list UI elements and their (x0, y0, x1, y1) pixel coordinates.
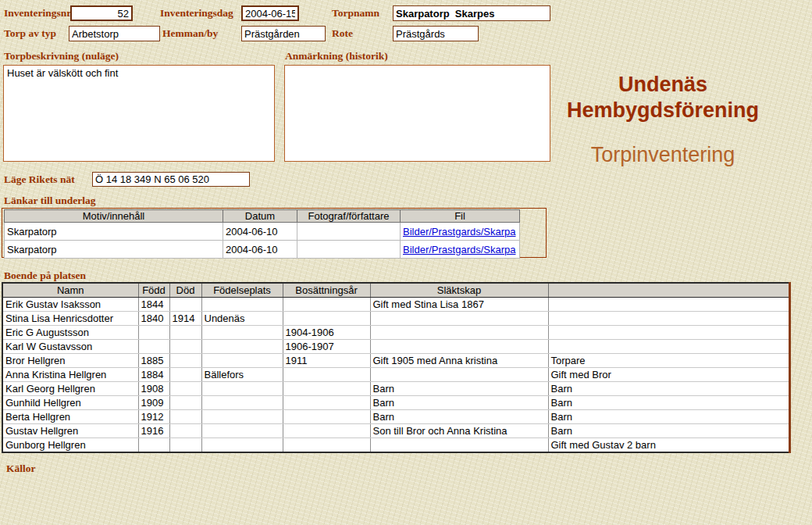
cell-namn: Stina Lisa Henricsdotter (2, 312, 138, 326)
torp-av-typ-label: Torp av typ (4, 27, 56, 40)
cell-extra: Barn (548, 424, 789, 438)
cell-fodd: 1884 (138, 368, 169, 382)
links-header-motiv: Motiv/innehåll (5, 210, 223, 223)
torp-av-typ-input[interactable] (69, 26, 160, 41)
residents-table: Namn Född Död Födelseplats Bosättningsår… (2, 282, 791, 453)
cell-bosattningsar: 1911 (283, 354, 370, 368)
inventeringsnr-input[interactable] (70, 5, 133, 21)
cell-namn: Eric G Augustsson (2, 326, 138, 340)
residents-header-fodelseplats: Födelseplats (201, 283, 283, 298)
cell-slaktskap (370, 368, 548, 382)
lage-rikets-nat-input[interactable] (92, 172, 250, 187)
residents-section-title: Boende på platsen (4, 270, 86, 282)
cell-dod (169, 396, 201, 410)
cell-dod (169, 354, 201, 368)
cell-extra: Torpare (548, 354, 789, 368)
cell-bosattningsar: 1904-1906 (283, 326, 370, 340)
resident-row: Gunborg Hellgren Gift med Gustav 2 barn (2, 438, 789, 453)
links-header-datum: Datum (223, 210, 297, 223)
links-cell-fil: Bilder/Prastgards/Skarpa (401, 223, 520, 241)
hemman-by-label: Hemman/by (162, 27, 218, 40)
anmarkning-textarea[interactable] (284, 65, 550, 162)
links-cell-datum: 2004-06-10 (223, 241, 297, 259)
links-cell-fotograf (297, 223, 401, 241)
lage-rikets-nat-label: Läge Rikets nät (4, 173, 75, 186)
torpnamn-input[interactable] (393, 5, 550, 21)
cell-fodd: 1844 (138, 298, 169, 312)
cell-bosattningsar: 1906-1907 (283, 340, 370, 354)
cell-slaktskap: Gift med Stina Lisa 1867 (370, 298, 548, 312)
rote-label: Rote (332, 27, 353, 40)
file-link[interactable]: Bilder/Prastgards/Skarpa (403, 244, 516, 255)
resident-row: Gunhild Hellgren 1909 Barn Barn (2, 396, 789, 410)
cell-slaktskap: Son till Bror och Anna Kristina (370, 424, 548, 438)
cell-fodd: 1840 (138, 312, 169, 326)
cell-fodelseplats (201, 340, 283, 354)
cell-namn: Erik Gustav Isaksson (2, 298, 138, 312)
cell-extra: Barn (548, 396, 789, 410)
resident-row: Berta Hellgren 1912 Barn Barn (2, 410, 789, 424)
links-header-fotograf: Fotograf/författare (297, 210, 401, 223)
cell-slaktskap (370, 340, 548, 354)
cell-extra (548, 312, 789, 326)
cell-fodelseplats (201, 298, 283, 312)
cell-namn: Anna Kristina Hellgren (2, 368, 138, 382)
links-box: Motiv/innehåll Datum Fotograf/författare… (2, 208, 547, 258)
residents-header-bosattningsar: Bosättningsår (283, 283, 370, 298)
hemman-by-input[interactable] (241, 26, 326, 41)
cell-namn: Karl Georg Hellgren (2, 382, 138, 396)
links-table: Motiv/innehåll Datum Fotograf/författare… (4, 209, 520, 259)
cell-fodd: 1885 (138, 354, 169, 368)
cell-fodelseplats (201, 424, 283, 438)
inventeringsnr-label: Inventeringsnr (4, 7, 71, 20)
links-cell-fotograf (297, 241, 401, 259)
residents-header-dod: Död (169, 283, 201, 298)
cell-fodd: 1916 (138, 424, 169, 438)
anmarkning-label: Anmärkning (historik) (285, 50, 388, 62)
cell-extra (548, 326, 789, 340)
links-header-fil: Fil (401, 210, 520, 223)
resident-row: Anna Kristina Hellgren 1884 Bällefors Gi… (2, 368, 789, 382)
links-cell-motiv: Skarpatorp (5, 241, 223, 259)
cell-extra (548, 340, 789, 354)
cell-fodd (138, 438, 169, 453)
cell-slaktskap: Gift 1905 med Anna kristina (370, 354, 548, 368)
cell-fodelseplats (201, 410, 283, 424)
rote-input[interactable] (393, 26, 479, 41)
cell-slaktskap: Barn (370, 410, 548, 424)
links-section-title: Länkar till underlag (4, 195, 96, 207)
cell-dod (169, 298, 201, 312)
resident-row: Bror Hellgren 1885 1911 Gift 1905 med An… (2, 354, 789, 368)
cell-bosattningsar (283, 298, 370, 312)
cell-slaktskap (370, 326, 548, 340)
cell-bosattningsar (283, 382, 370, 396)
torpbeskrivning-textarea[interactable]: Huset är välskött och fint (3, 65, 275, 162)
resident-row: Erik Gustav Isaksson 1844 Gift med Stina… (2, 298, 789, 312)
cell-dod (169, 424, 201, 438)
cell-bosattningsar (283, 368, 370, 382)
inventeringsdag-input[interactable] (241, 5, 299, 21)
links-cell-datum: 2004-06-10 (223, 223, 297, 241)
cell-fodd (138, 340, 169, 354)
cell-dod (169, 438, 201, 453)
cell-fodd (138, 326, 169, 340)
cell-extra: Barn (548, 382, 789, 396)
torpnamn-label: Torpnamn (332, 7, 379, 20)
torpinventering-page: { "header": { "title_line1": "Undenäs", … (0, 0, 812, 525)
cell-bosattningsar (283, 424, 370, 438)
cell-extra: Gift med Gustav 2 barn (548, 438, 789, 453)
residents-header-slaktskap: Släktskap (370, 283, 548, 298)
cell-namn: Karl W Gustavsson (2, 340, 138, 354)
links-cell-motiv: Skarpatorp (5, 223, 223, 241)
cell-fodelseplats: Bällefors (201, 368, 283, 382)
cell-extra: Gift med Bror (548, 368, 789, 382)
cell-fodelseplats (201, 382, 283, 396)
file-link[interactable]: Bilder/Prastgards/Skarpa (403, 226, 516, 238)
page-title: Torpinventering (541, 143, 785, 167)
cell-dod (169, 340, 201, 354)
resident-row: Karl W Gustavsson 1906-1907 (2, 340, 789, 354)
society-title: Undenäs Hembygdsförening (541, 72, 785, 123)
cell-namn: Gustav Hellgren (2, 424, 138, 438)
cell-slaktskap (370, 438, 548, 453)
resident-row: Stina Lisa Henricsdotter 1840 1914 Unden… (2, 312, 789, 326)
